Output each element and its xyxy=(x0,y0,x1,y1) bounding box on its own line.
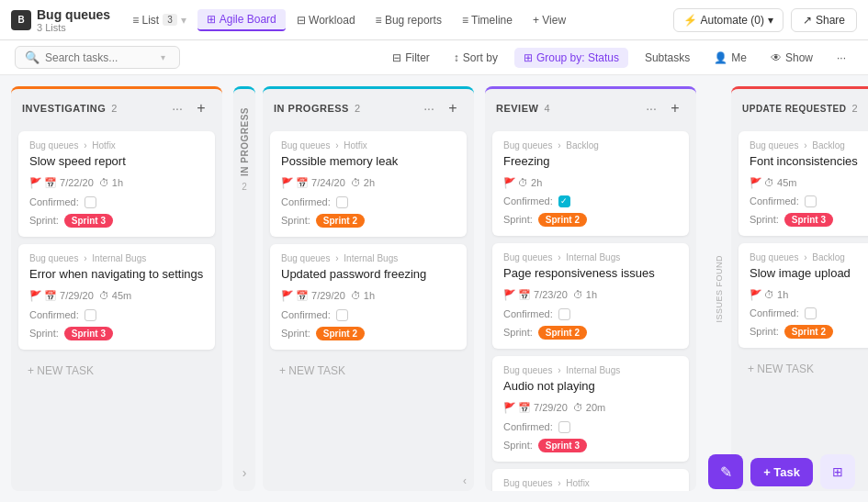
cards-review: Bug queues › Backlog Freezing 🚩 ⏱ 2h Con… xyxy=(485,126,696,491)
confirmed-checkbox[interactable] xyxy=(336,309,348,321)
card-updated-password-freezing[interactable]: Bug queues › Internal Bugs Updated passw… xyxy=(270,244,467,350)
column-add-btn-review[interactable]: + xyxy=(665,98,685,118)
card-possible-memory-leak[interactable]: Bug queues › Hotfix Possible memory leak… xyxy=(270,131,467,237)
tab-list[interactable]: ≡ List 3 ▾ xyxy=(123,10,196,30)
confirmed-checkbox[interactable] xyxy=(85,309,96,321)
confirmed-checkbox[interactable] xyxy=(85,196,96,208)
column-actions-investigating: ··· + xyxy=(167,98,211,118)
confirmed-row: Confirmed: xyxy=(750,195,868,207)
card-path: Bug queues › Hotfix xyxy=(281,140,456,151)
collapsed-title-in-progress: IN PROGRESS xyxy=(240,107,250,176)
fab-grid-button[interactable]: ⊞ xyxy=(820,454,855,489)
me-icon: 👤 xyxy=(714,51,727,64)
eye-icon: 👁 xyxy=(771,51,782,64)
me-button[interactable]: 👤 Me xyxy=(706,48,754,68)
column-header-update-requested: UPDATE REQUESTED 2 ··· + xyxy=(731,86,868,126)
confirmed-checkbox[interactable] xyxy=(336,196,348,208)
confirmed-checkbox[interactable] xyxy=(558,421,570,433)
column-title-review: REVIEW xyxy=(496,103,538,114)
new-task-update-requested[interactable]: + NEW TASK xyxy=(738,355,868,383)
toolbar-actions: ⊟ Filter ↕ Sort by ⊞ Group by: Status Su… xyxy=(385,48,853,68)
flag-icon: 🚩 xyxy=(503,289,513,300)
share-button[interactable]: ↗ Share xyxy=(791,8,857,32)
card-path: Bug queues › Internal Bugs xyxy=(503,252,678,262)
card-meta: 🚩 📅 7/29/20 ⏱ 20m xyxy=(503,402,678,414)
card-time: ⏱ 1h xyxy=(99,177,123,188)
sprint-row: Sprint: Sprint 3 xyxy=(29,327,204,340)
confirmed-row: Confirmed: xyxy=(750,307,868,319)
sprint-row: Sprint: Sprint 2 xyxy=(281,214,456,228)
card-title: Page responsiveness issues xyxy=(503,266,678,282)
card-page-responsiveness[interactable]: Bug queues › Internal Bugs Page responsi… xyxy=(492,243,689,349)
topbar-right: ⚡ Automate (0) ▾ ↗ Share xyxy=(673,8,857,32)
chevron-down-icon: ▾ xyxy=(161,52,165,62)
column-title-update-requested: UPDATE REQUESTED xyxy=(742,104,846,114)
search-box[interactable]: 🔍 ▾ xyxy=(15,46,180,69)
card-title: Slow speed report xyxy=(29,154,204,170)
tab-agile-board[interactable]: ⊞ Agile Board xyxy=(197,9,286,31)
column-header-review: REVIEW 4 ··· + xyxy=(485,86,696,126)
fab-task-label: + Task xyxy=(763,465,800,479)
board: INVESTIGATING 2 ··· + Bug queues › Hotfi… xyxy=(0,75,868,502)
group-by-button[interactable]: ⊞ Group by: Status xyxy=(514,48,628,68)
flag-icon: 🚩 xyxy=(503,177,513,188)
card-path: Bug queues › Hotfix xyxy=(29,140,204,151)
card-freezing[interactable]: Bug queues › Backlog Freezing 🚩 ⏱ 2h Con… xyxy=(492,131,689,236)
sprint-badge: Sprint 2 xyxy=(538,213,587,227)
column-add-btn-in-progress[interactable]: + xyxy=(443,98,463,118)
column-more-btn-review[interactable]: ··· xyxy=(641,98,661,118)
column-count-investigating: 2 xyxy=(111,103,117,114)
confirmed-row: Confirmed: xyxy=(29,196,204,208)
card-date: 📅 7/29/20 xyxy=(518,402,568,414)
fab-task-button[interactable]: + Task xyxy=(750,458,813,486)
filter-button[interactable]: ⊟ Filter xyxy=(385,48,437,68)
card-audio-not-playing[interactable]: Bug queues › Internal Bugs Audio not pla… xyxy=(492,356,689,462)
tab-bug-reports[interactable]: ≡ Bug reports xyxy=(366,10,451,30)
confirmed-checkbox[interactable] xyxy=(558,308,570,320)
sprint-row: Sprint: Sprint 3 xyxy=(503,439,678,452)
confirmed-checkbox[interactable]: ✓ xyxy=(558,195,570,207)
column-more-btn-in-progress[interactable]: ··· xyxy=(419,98,439,118)
expand-in-progress-btn[interactable]: › xyxy=(242,465,247,480)
sprint-row: Sprint: Sprint 3 xyxy=(29,214,204,228)
confirmed-checkbox[interactable] xyxy=(805,195,817,207)
automate-button[interactable]: ⚡ Automate (0) ▾ xyxy=(673,8,783,32)
flag-icon: 🚩 xyxy=(750,177,759,188)
card-title: Freezing xyxy=(503,154,678,170)
card-meta: 🚩 📅 7/29/20 ⏱ 45m xyxy=(29,290,204,302)
card-date: 📅 7/23/20 xyxy=(518,289,568,301)
more-button[interactable]: ··· xyxy=(829,48,853,68)
fab-edit-button[interactable]: ✎ xyxy=(708,454,743,489)
new-task-in-progress[interactable]: + NEW TASK xyxy=(270,357,467,385)
card-date: 📅 7/29/20 xyxy=(44,290,94,302)
search-icon: 🔍 xyxy=(25,50,39,64)
subtasks-button[interactable]: Subtasks xyxy=(637,48,697,68)
cards-update-requested: Bug queues › Backlog Font inconsistencie… xyxy=(731,126,868,491)
confirmed-row: Confirmed: xyxy=(281,309,456,321)
column-add-btn-investigating[interactable]: + xyxy=(191,98,211,118)
column-collapsed-in-progress[interactable]: IN PROGRESS 2 › xyxy=(233,86,255,491)
card-font-inconsistencies[interactable]: Bug queues › Backlog Font inconsistencie… xyxy=(738,131,868,236)
project-title: Bug queues xyxy=(37,7,110,22)
tab-timeline[interactable]: ≡ Timeline xyxy=(453,10,522,30)
confirmed-checkbox[interactable] xyxy=(805,307,817,319)
collapse-in-progress-btn[interactable]: ‹ xyxy=(263,471,474,491)
sort-by-button[interactable]: ↕ Sort by xyxy=(446,48,505,68)
chevron-down-icon: ▾ xyxy=(768,14,773,27)
column-review: REVIEW 4 ··· + Bug queues › Backlog Free… xyxy=(485,86,696,491)
card-cannot-log-in[interactable]: Bug queues › Hotfix Cannot log in 🚩 📅 7/… xyxy=(492,469,689,491)
confirmed-row: Confirmed: xyxy=(281,196,456,208)
tab-add-view[interactable]: + View xyxy=(524,10,575,30)
tab-workload[interactable]: ⊟ Workload xyxy=(287,10,365,30)
new-task-investigating[interactable]: + NEW TASK xyxy=(18,357,215,385)
card-error-navigating[interactable]: Bug queues › Internal Bugs Error when na… xyxy=(18,244,215,350)
edit-icon: ✎ xyxy=(720,463,732,481)
show-button[interactable]: 👁 Show xyxy=(763,48,820,68)
confirmed-row: Confirmed: xyxy=(29,309,204,321)
card-slow-speed-report[interactable]: Bug queues › Hotfix Slow speed report 🚩 … xyxy=(18,131,215,237)
card-path: Bug queues › Hotfix xyxy=(503,478,678,488)
search-input[interactable] xyxy=(45,51,155,64)
column-more-btn-investigating[interactable]: ··· xyxy=(167,98,187,118)
card-slow-image-upload[interactable]: Bug queues › Backlog Slow image upload 🚩… xyxy=(738,243,868,348)
column-count-in-progress: 2 xyxy=(355,103,360,114)
